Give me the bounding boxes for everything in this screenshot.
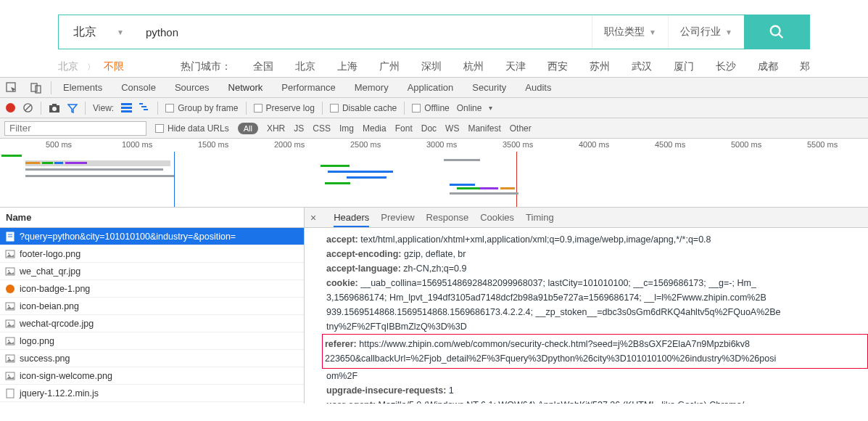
request-row[interactable]: wechat-qrcode.jpg <box>0 315 304 332</box>
city-link[interactable]: 苏州 <box>590 60 610 73</box>
tab-network[interactable]: Network <box>226 82 266 93</box>
filter-img[interactable]: Img <box>339 123 354 134</box>
filter-xhr[interactable]: XHR <box>267 123 285 134</box>
city-link[interactable]: 北京 <box>295 60 315 73</box>
request-name: wechat-qrcode.jpg <box>20 319 94 329</box>
request-list[interactable]: ?query=python&city=101010100&industry=&p… <box>0 228 304 404</box>
position-type-select[interactable]: 职位类型 ▼ <box>592 15 668 49</box>
timeline-tick: 500 ms <box>46 140 72 149</box>
filter-js[interactable]: JS <box>294 123 304 134</box>
record-button[interactable] <box>6 103 15 113</box>
city-filter-row: 北京 〉 不限 热门城市： 全国 北京 上海 广州 深圳 杭州 天津 西安 苏州… <box>0 60 868 77</box>
offline-checkbox[interactable]: Offline <box>412 103 449 113</box>
search-button[interactable] <box>744 15 809 49</box>
filter-manifest[interactable]: Manifest <box>468 123 500 134</box>
request-row[interactable]: icon-sign-welcome.png <box>0 367 304 385</box>
devtools-tabs: Elements Console Sources Network Perform… <box>0 78 868 98</box>
hide-data-checkbox[interactable]: Hide data URLs <box>155 123 229 134</box>
timeline-tick: 2500 ms <box>350 140 381 149</box>
detail-tab-response[interactable]: Response <box>426 212 469 223</box>
device-toggle-icon[interactable] <box>30 82 42 94</box>
request-row[interactable]: ?query=python&city=101010100&industry=&p… <box>0 228 304 245</box>
city-link[interactable]: 全国 <box>253 60 273 73</box>
filter-icon[interactable] <box>67 103 78 113</box>
timeline-tick: 5500 ms <box>807 140 838 149</box>
online-select[interactable]: Online <box>457 103 482 113</box>
network-timeline[interactable]: 500 ms1000 ms1500 ms2000 ms2500 ms3000 m… <box>0 139 868 208</box>
svg-point-20 <box>8 253 9 254</box>
waterfall-icon[interactable] <box>139 103 150 113</box>
hot-cities-label: 热门城市： <box>181 60 231 73</box>
file-icon <box>4 370 15 381</box>
breadcrumb-city[interactable]: 北京 <box>58 60 78 73</box>
svg-point-23 <box>6 285 15 293</box>
filter-doc[interactable]: Doc <box>421 123 437 134</box>
detail-tab-preview[interactable]: Preview <box>381 212 414 223</box>
name-header[interactable]: Name <box>0 208 304 228</box>
svg-point-22 <box>8 270 9 271</box>
tab-audits[interactable]: Audits <box>522 82 554 93</box>
city-link[interactable]: 厦门 <box>674 60 694 73</box>
search-input[interactable] <box>139 15 592 49</box>
request-row[interactable]: footer-logo.png <box>0 245 304 263</box>
large-rows-icon[interactable] <box>121 103 132 113</box>
close-detail-button[interactable]: × <box>310 212 316 224</box>
group-by-frame-checkbox[interactable]: Group by frame <box>165 103 238 113</box>
inspect-icon[interactable] <box>6 82 17 94</box>
detail-tab-cookies[interactable]: Cookies <box>480 212 514 223</box>
screenshot-icon[interactable] <box>49 103 60 113</box>
tab-performance[interactable]: Performance <box>278 82 338 93</box>
headers-body[interactable]: accept: text/html,application/xhtml+xml,… <box>305 228 868 404</box>
city-link[interactable]: 西安 <box>547 60 568 73</box>
city-link[interactable]: 深圳 <box>421 60 442 73</box>
city-link[interactable]: 武汉 <box>632 60 652 73</box>
svg-line-6 <box>25 105 31 111</box>
request-row[interactable]: success.png <box>0 350 304 367</box>
city-link[interactable]: 长沙 <box>716 60 736 73</box>
preserve-log-checkbox[interactable]: Preserve log <box>254 103 315 113</box>
file-icon <box>4 248 15 259</box>
city-link[interactable]: 成都 <box>758 60 778 73</box>
city-select[interactable]: 北京 ▼ <box>59 15 139 49</box>
clear-icon[interactable] <box>22 102 33 113</box>
filter-media[interactable]: Media <box>363 123 387 134</box>
view-label: View: <box>93 103 114 113</box>
file-icon <box>4 266 15 277</box>
city-value: 北京 <box>73 25 96 40</box>
tab-memory[interactable]: Memory <box>352 82 392 93</box>
filter-ws[interactable]: WS <box>445 123 459 134</box>
city-link[interactable]: 郑 <box>800 60 810 73</box>
filter-css[interactable]: CSS <box>313 123 331 134</box>
city-link[interactable]: 上海 <box>337 60 357 73</box>
breadcrumb-unlimited[interactable]: 不限 <box>104 60 124 73</box>
tab-console[interactable]: Console <box>118 82 159 93</box>
co-type-label: 公司行业 <box>680 25 721 38</box>
disable-cache-checkbox[interactable]: Disable cache <box>330 103 397 113</box>
filter-all[interactable]: All <box>238 123 258 134</box>
filter-other[interactable]: Other <box>510 123 532 134</box>
request-row[interactable]: icon-beian.png <box>0 298 304 315</box>
city-link[interactable]: 天津 <box>505 60 526 73</box>
request-row[interactable]: logo.png <box>0 332 304 350</box>
request-row[interactable]: jquery-1.12.2.min.js <box>0 385 304 402</box>
request-row[interactable]: icon-badge-1.png <box>0 280 304 298</box>
request-row[interactable]: we_chat_qr.jpg <box>0 263 304 280</box>
request-name: footer-logo.png <box>20 249 80 259</box>
detail-tab-timing[interactable]: Timing <box>526 212 554 223</box>
city-link[interactable]: 杭州 <box>463 60 484 73</box>
chevron-down-icon: ▼ <box>725 28 732 36</box>
tab-security[interactable]: Security <box>469 82 509 93</box>
timeline-tick: 3500 ms <box>503 140 533 149</box>
filter-input[interactable] <box>4 121 146 136</box>
devtools-panel: Elements Console Sources Network Perform… <box>0 77 868 404</box>
filter-font[interactable]: Font <box>395 123 413 134</box>
city-link[interactable]: 广州 <box>379 60 400 73</box>
referer-highlight: referer: https://www.zhipin.com/web/comm… <box>322 334 868 369</box>
chevron-down-icon: ▾ <box>489 104 492 112</box>
tab-sources[interactable]: Sources <box>172 82 212 93</box>
svg-rect-8 <box>52 104 57 106</box>
company-industry-select[interactable]: 公司行业 ▼ <box>668 15 744 49</box>
tab-application[interactable]: Application <box>405 82 457 93</box>
detail-tab-headers[interactable]: Headers <box>334 212 369 227</box>
tab-elements[interactable]: Elements <box>60 82 105 93</box>
